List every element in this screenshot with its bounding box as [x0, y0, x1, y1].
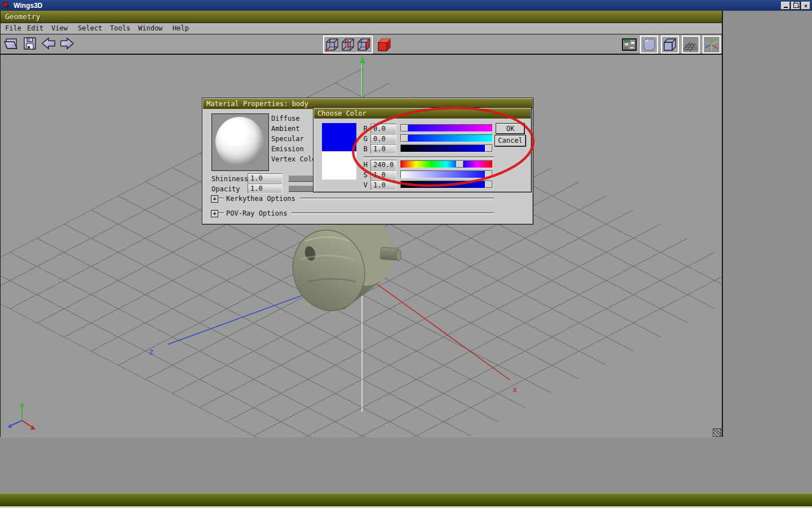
material-preview-box — [211, 113, 269, 171]
rgb-hsv-divider — [364, 156, 494, 159]
opacity-label: Opacity — [211, 185, 240, 193]
channel-label-v: V — [362, 181, 369, 189]
x-axis-label: x — [513, 385, 517, 394]
os-titlebar[interactable]: Wings3D × — [0, 0, 812, 11]
opacity-field[interactable]: 1.0 — [248, 183, 283, 194]
close-button[interactable]: × — [801, 2, 810, 10]
geometry-window-title: Geometry — [5, 12, 41, 21]
minimize-button[interactable] — [781, 2, 790, 10]
channel-label-h: H — [362, 161, 369, 169]
kerkythea-expand-button[interactable]: + — [211, 195, 218, 203]
divider — [219, 198, 224, 200]
cancel-button[interactable]: Cancel — [495, 135, 526, 146]
channel-slider-r[interactable] — [400, 124, 493, 132]
window-title: Wings3D — [14, 2, 42, 10]
channel-slider-h[interactable] — [400, 160, 493, 168]
ground-plane-button[interactable] — [682, 36, 700, 54]
app-content: Geometry File Edit View Select Tools Win… — [0, 11, 812, 494]
slider-handle[interactable] — [401, 135, 408, 142]
channel-slider-g[interactable] — [400, 134, 493, 142]
ok-button[interactable]: OK — [496, 124, 524, 134]
channel-label-b: B — [362, 145, 369, 153]
material-dialog-title: Material Properties: body — [206, 100, 308, 108]
slider-handle[interactable] — [485, 181, 492, 188]
axes-toggle-button[interactable] — [703, 36, 721, 54]
menubar: File Edit View Select Tools Window Help — [1, 23, 722, 34]
model-stub — [380, 247, 401, 261]
toolbar — [1, 34, 722, 55]
status-info-bar — [0, 494, 812, 506]
povray-expand-button[interactable]: + — [211, 210, 218, 217]
restore-button[interactable] — [791, 2, 800, 10]
z-axis-label: z — [149, 347, 153, 356]
channel-slider-s[interactable] — [400, 170, 493, 178]
undo-button[interactable] — [41, 36, 56, 51]
channel-field-s[interactable]: 1.0 — [370, 170, 396, 180]
slider-handle[interactable] — [485, 145, 492, 152]
channel-slider-b[interactable] — [400, 144, 493, 152]
new-color-swatch — [322, 123, 356, 151]
geometry-window-titlebar[interactable]: Geometry — [1, 11, 722, 23]
slider-handle[interactable] — [456, 161, 464, 168]
slider-handle[interactable] — [485, 171, 492, 178]
menu-help[interactable]: Help — [173, 23, 195, 34]
channel-field-h[interactable]: 240.0 — [370, 160, 396, 170]
save-floppy-icon — [22, 36, 38, 51]
channel-field-r[interactable]: 0.0 — [370, 124, 396, 134]
selection-mode-group — [323, 36, 373, 54]
povray-section: + POV-Ray Options — [211, 209, 494, 217]
vertex-mode-button[interactable] — [324, 37, 340, 52]
menu-select[interactable]: Select — [78, 23, 110, 34]
wings3d-window: Wings3D × Geometry File Edit View Select… — [0, 0, 812, 508]
menu-edit[interactable]: Edit — [27, 23, 51, 34]
open-folder-icon — [3, 36, 19, 51]
edge-cube-icon — [341, 37, 355, 52]
redo-button[interactable] — [59, 36, 75, 51]
smooth-shaded-button[interactable] — [640, 36, 658, 54]
menu-tools[interactable]: Tools — [110, 23, 138, 34]
shininess-label: Shininess — [211, 175, 248, 183]
kerkythea-section: + Kerkythea Options — [211, 195, 494, 203]
wireframe-button[interactable] — [661, 36, 679, 54]
color-dialog-titlebar[interactable]: Choose Color — [314, 108, 531, 119]
menu-view[interactable]: View — [51, 23, 78, 34]
viewport-resize-grip[interactable] — [713, 428, 721, 437]
open-button[interactable] — [3, 36, 19, 51]
channel-field-v[interactable]: 1.0 — [370, 180, 396, 190]
channel-label-s: S — [362, 171, 369, 179]
channel-field-b[interactable]: 1.0 — [370, 144, 396, 154]
edge-mode-button[interactable] — [340, 37, 356, 52]
channel-label-g: G — [362, 135, 369, 143]
shininess-field[interactable]: 1.0 — [248, 173, 283, 183]
channel-slider-v[interactable] — [400, 181, 493, 189]
divider — [300, 198, 494, 200]
forward-arrow-icon — [59, 36, 75, 51]
geometry-windows-button[interactable] — [621, 37, 637, 52]
wings3d-logo-icon — [2, 1, 10, 10]
restore-icon — [793, 3, 798, 8]
menu-file[interactable]: File — [5, 23, 27, 34]
vertex-cube-icon — [325, 37, 339, 52]
kerkythea-section-label[interactable]: Kerkythea Options — [226, 195, 295, 203]
body-cube-icon — [377, 37, 392, 52]
minimize-icon — [784, 5, 788, 8]
body-mode-button[interactable] — [376, 37, 392, 52]
divider — [219, 212, 224, 214]
channel-label-r: R — [362, 125, 369, 133]
save-button[interactable] — [22, 36, 38, 51]
wire-cube-icon — [663, 37, 677, 52]
channel-field-g[interactable]: 0.0 — [370, 134, 396, 144]
ground-grid-icon — [683, 37, 698, 52]
choose-color-dialog: Choose Color R 0.0 G 0.0 B 1.0 H 240.0 S… — [313, 107, 532, 192]
povray-section-label[interactable]: POV-Ray Options — [226, 209, 287, 217]
menu-window[interactable]: Window — [138, 23, 173, 34]
old-color-swatch — [322, 151, 356, 179]
face-cube-icon — [356, 37, 371, 52]
mini-axes-indicator — [7, 402, 36, 430]
axes-icon — [704, 37, 719, 52]
color-dialog-title: Choose Color — [317, 110, 367, 117]
material-preview-sphere — [215, 117, 264, 167]
slider-handle[interactable] — [401, 125, 408, 132]
face-mode-button[interactable] — [356, 37, 372, 52]
divider — [292, 212, 494, 214]
